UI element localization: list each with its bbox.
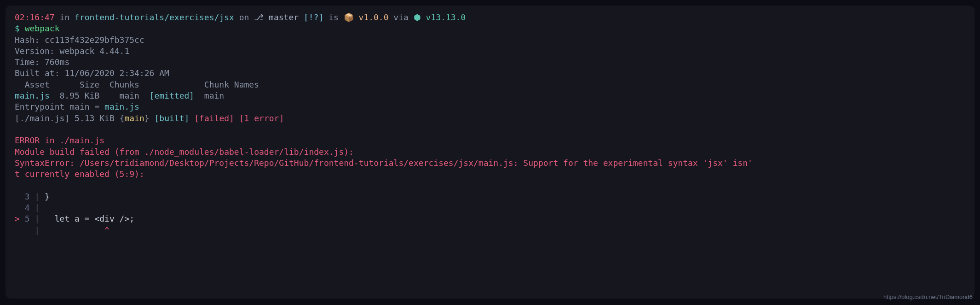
- code-line-4: 4 |: [15, 202, 965, 213]
- blank-line-2: [15, 180, 965, 191]
- asset-size: 8.95 KiB: [50, 91, 120, 100]
- node-icon: ⬢: [414, 12, 421, 22]
- entrypoint-file: main.js: [104, 102, 139, 111]
- lineno-5: 5: [25, 214, 30, 223]
- caret-line: | ^: [15, 225, 965, 236]
- prompt-flags: [!?]: [304, 12, 323, 22]
- module-built: [built]: [150, 113, 190, 123]
- code-line-5: > 5 | let a = <div />;: [15, 213, 965, 224]
- prompt-time: 02:16:47: [15, 12, 55, 22]
- error-caret: ^: [45, 225, 110, 235]
- asset-row: main.js 8.95 KiB main [emitted] main: [15, 90, 965, 101]
- asset-chunkname: main: [204, 91, 224, 100]
- output-built: Built at: 11/06/2020 2:34:26 AM: [15, 68, 965, 79]
- module-chunk: main: [124, 113, 144, 123]
- version-value: webpack 4.44.1: [60, 46, 130, 56]
- module-errors: [1 error]: [234, 113, 284, 123]
- output-time: Time: 760ms: [15, 57, 965, 68]
- prompt-pkg-version: v1.0.0: [354, 12, 389, 22]
- git-branch-icon: ⎇: [254, 12, 264, 22]
- prompt-via: via: [388, 12, 413, 22]
- code-text-3: }: [45, 192, 50, 201]
- entrypoint-row: Entrypoint main = main.js: [15, 101, 965, 112]
- watermark: https://blog.csdn.net/TriDiamond6: [883, 293, 973, 301]
- prompt-path: frontend-tutorials/exercises/jsx: [75, 12, 234, 22]
- entrypoint-name: main: [69, 102, 89, 111]
- blank-line: [15, 124, 965, 135]
- time-value: 760ms: [45, 57, 69, 67]
- package-icon: 📦: [344, 12, 354, 22]
- terminal-window[interactable]: 02:16:47 in frontend-tutorials/exercises…: [6, 6, 974, 299]
- code-text-5: let a = <div />;: [45, 214, 134, 223]
- command-text: webpack: [25, 23, 60, 33]
- error-line-2: Module build failed (from ./node_modules…: [15, 147, 965, 158]
- module-row: [./main.js] 5.13 KiB {main} [built] [fai…: [15, 113, 965, 124]
- prompt-line: 02:16:47 in frontend-tutorials/exercises…: [15, 12, 965, 23]
- error-line-1: ERROR in ./main.js: [15, 135, 965, 146]
- output-version: Version: webpack 4.44.1: [15, 46, 965, 57]
- prompt-symbol: $: [15, 23, 25, 33]
- command-line: $ webpack: [15, 23, 965, 34]
- module-size: 5.13 KiB: [75, 113, 120, 123]
- lineno-4: 4: [15, 203, 30, 212]
- prompt-in: in: [55, 12, 75, 22]
- output-hash: Hash: cc113f432e29bfb375cc: [15, 35, 965, 46]
- asset-name: main.js: [15, 91, 50, 100]
- error-marker: >: [15, 214, 25, 223]
- table-header: Asset Size Chunks Chunk Names: [15, 79, 965, 90]
- module-file: ./main.js: [20, 113, 65, 123]
- module-failed: [failed]: [189, 113, 234, 123]
- lineno-3: 3: [15, 192, 30, 201]
- prompt-node-version: v13.13.0: [421, 12, 466, 22]
- prompt-branch: master: [264, 12, 304, 22]
- built-value: 11/06/2020 2:34:26 AM: [64, 68, 169, 78]
- code-line-3: 3 | }: [15, 191, 965, 202]
- asset-chunk: main: [120, 91, 139, 100]
- asset-emitted: [emitted]: [139, 91, 204, 100]
- error-line-3a: SyntaxError: /Users/tridiamond/Desktop/P…: [15, 158, 965, 169]
- error-line-3b: t currently enabled (5:9):: [15, 169, 965, 180]
- prompt-is: is: [323, 12, 343, 22]
- hash-value: cc113f432e29bfb375cc: [45, 35, 144, 45]
- prompt-on: on: [234, 12, 254, 22]
